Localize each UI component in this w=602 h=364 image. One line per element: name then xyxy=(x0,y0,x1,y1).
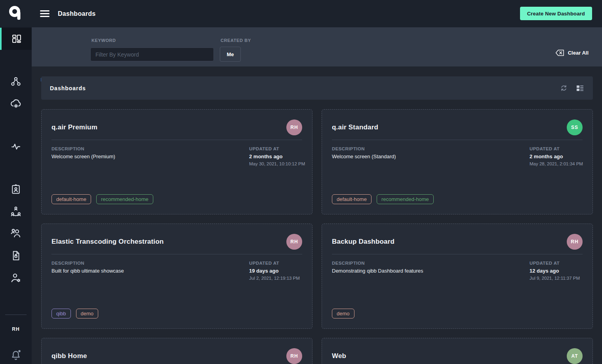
card-title: Backup Dashboard xyxy=(332,238,394,246)
dashboard-card[interactable]: Elastic Transcoding Orchestration RH DES… xyxy=(41,224,312,329)
updated-at-label: UPDATED AT xyxy=(530,146,583,151)
card-divider xyxy=(51,140,302,140)
card-owner-initials: RH xyxy=(290,125,298,130)
sidebar-item-nodes[interactable] xyxy=(0,74,32,89)
sidebar-divider xyxy=(5,315,27,315)
tag[interactable]: default-home xyxy=(332,194,371,204)
sidebar-item-cloud-settings[interactable] xyxy=(0,96,32,112)
dashboard-card[interactable]: qibb Home RH DESCRIPTION UPDATED AT xyxy=(41,338,312,364)
users-icon xyxy=(10,227,22,239)
dashboards-section-header: Dashboards xyxy=(41,76,593,100)
description-label: DESCRIPTION xyxy=(332,261,522,265)
created-by-label: CREATED BY xyxy=(221,38,251,43)
section-title: Dashboards xyxy=(50,85,86,91)
card-owner-avatar: RH xyxy=(286,348,302,364)
tag[interactable]: qibb xyxy=(51,309,71,318)
card-updated-relative: 2 months ago xyxy=(249,154,302,159)
document-lock-icon xyxy=(10,250,22,262)
description-label: DESCRIPTION xyxy=(332,146,522,151)
card-updated-date: May 28, 2021, 2:01:34 PM xyxy=(530,161,583,166)
tag[interactable]: default-home xyxy=(51,194,91,204)
card-divider xyxy=(332,140,583,140)
updated-at-label: UPDATED AT xyxy=(249,261,302,265)
card-owner-initials: AT xyxy=(571,353,578,359)
card-owner-avatar: SS xyxy=(567,119,583,135)
card-description: Demonstrating qibb Dashboard features xyxy=(332,268,522,274)
keyword-label: KEYWORD xyxy=(91,38,116,43)
sidebar-item-dashboards[interactable] xyxy=(0,28,32,50)
created-by-me-button[interactable]: Me xyxy=(220,47,241,62)
updated-at-label: UPDATED AT xyxy=(249,146,302,151)
card-divider xyxy=(332,254,583,254)
qibb-logo-icon xyxy=(8,5,24,23)
refresh-icon xyxy=(560,84,568,92)
card-updated-relative: 12 days ago xyxy=(530,268,583,274)
card-owner-initials: SS xyxy=(571,125,578,130)
clear-all-label: Clear All xyxy=(568,50,589,56)
user-gear-icon xyxy=(10,271,22,284)
clear-backspace-icon xyxy=(555,49,564,56)
clear-all-button[interactable]: Clear All xyxy=(555,49,589,56)
card-description: Welcome screen (Standard) xyxy=(332,154,522,159)
page-title: Dashboards xyxy=(58,10,95,17)
description-label: DESCRIPTION xyxy=(51,146,241,151)
card-updated-date: Jul 2, 2021, 12:19:13 PM xyxy=(249,276,302,281)
tag[interactable]: recommended-home xyxy=(377,194,434,204)
nodes-icon xyxy=(10,76,22,87)
sidebar: RH xyxy=(0,27,32,364)
notification-dot xyxy=(18,350,20,352)
menu-toggle-icon[interactable] xyxy=(40,8,50,19)
card-title: qibb Home xyxy=(51,352,87,360)
card-tags: default-homerecommended-home xyxy=(51,194,302,204)
card-description: Welcome screen (Premium) xyxy=(51,154,241,159)
card-owner-avatar: AT xyxy=(567,348,583,364)
main-content: Dashboards q.air Premium RH xyxy=(32,66,602,364)
view-toggle-button[interactable] xyxy=(577,85,583,91)
cloud-gear-icon xyxy=(10,97,22,110)
dashboard-card[interactable]: q.air Premium RH DESCRIPTION Welcome scr… xyxy=(41,109,312,214)
card-tags: demo xyxy=(332,309,583,318)
create-dashboard-button[interactable]: Create New Dashboard xyxy=(520,7,592,20)
card-updated-relative: 19 days ago xyxy=(249,268,302,274)
card-updated-date: May 30, 2021, 10:10:12 PM xyxy=(249,161,302,166)
card-owner-avatar: RH xyxy=(286,119,302,135)
cards-grid: q.air Premium RH DESCRIPTION Welcome scr… xyxy=(41,109,593,364)
user-avatar-initials: RH xyxy=(12,326,19,332)
card-owner-initials: RH xyxy=(290,353,298,359)
id-badge-icon xyxy=(10,183,22,195)
list-view-icon xyxy=(580,85,583,91)
refresh-button[interactable] xyxy=(560,84,568,92)
dashboards-icon xyxy=(11,33,22,44)
sidebar-item-activity[interactable] xyxy=(0,138,32,154)
card-updated-relative: 2 months ago xyxy=(530,154,583,159)
description-label: DESCRIPTION xyxy=(51,261,241,265)
app-logo[interactable] xyxy=(0,0,32,27)
dashboard-card[interactable]: q.air Standard SS DESCRIPTION Welcome sc… xyxy=(322,109,593,214)
sidebar-item-document-lock[interactable] xyxy=(0,248,32,264)
card-divider xyxy=(51,254,302,254)
card-owner-initials: RH xyxy=(571,239,578,245)
dashboard-card[interactable]: Web AT DESCRIPTION UPDATED AT xyxy=(322,338,593,364)
tag[interactable]: recommended-home xyxy=(96,194,153,204)
sidebar-item-id-badge[interactable] xyxy=(0,181,32,197)
sidebar-item-team[interactable] xyxy=(0,203,32,219)
sidebar-item-notifications[interactable] xyxy=(0,347,32,363)
filter-bar: FILTER KEYWORD CREATED BY Me Clear All xyxy=(32,27,602,66)
card-tags: default-homerecommended-home xyxy=(332,194,583,204)
card-tags: qibbdemo xyxy=(51,309,302,318)
card-updated-date: Jul 9, 2021, 12:11:37 PM xyxy=(530,276,583,281)
card-title: q.air Premium xyxy=(51,123,97,131)
card-title: Web xyxy=(332,352,346,360)
card-owner-avatar: RH xyxy=(286,234,302,250)
card-owner-avatar: RH xyxy=(567,234,583,250)
topbar: Dashboards Create New Dashboard xyxy=(0,0,602,27)
grid-view-icon xyxy=(577,85,579,91)
sidebar-item-users[interactable] xyxy=(0,225,32,241)
sidebar-item-user-settings[interactable] xyxy=(0,270,32,286)
tag[interactable]: demo xyxy=(76,309,99,318)
team-icon xyxy=(10,205,22,218)
dashboard-card[interactable]: Backup Dashboard RH DESCRIPTION Demonstr… xyxy=(322,224,593,329)
tag[interactable]: demo xyxy=(332,309,354,318)
keyword-input[interactable] xyxy=(90,47,214,61)
user-avatar[interactable]: RH xyxy=(8,322,23,337)
